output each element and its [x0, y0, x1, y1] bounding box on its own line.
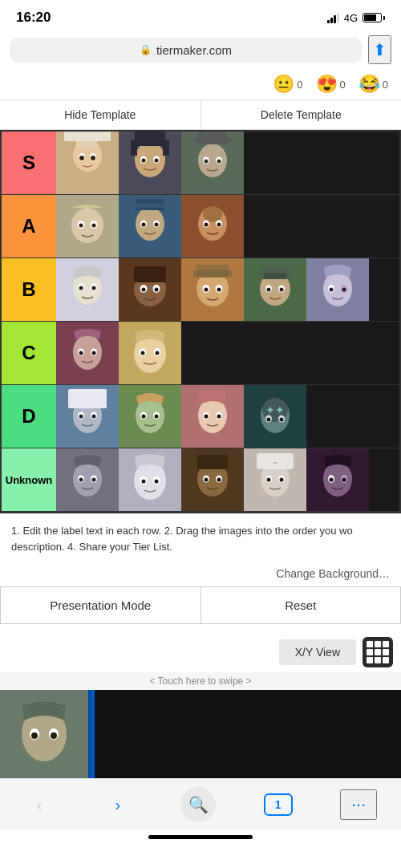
svg-point-153 [330, 478, 334, 482]
tier-item[interactable] [181, 132, 244, 194]
tier-label-b[interactable]: B [2, 258, 56, 321]
tier-label-a[interactable]: A [2, 195, 56, 258]
tier-item[interactable] [56, 448, 119, 511]
tier-item[interactable] [181, 448, 244, 511]
tier-item[interactable] [181, 195, 244, 258]
svg-point-147 [267, 478, 271, 482]
tier-item[interactable] [119, 195, 181, 258]
grid-view-button[interactable] [363, 637, 393, 667]
battery-icon [363, 13, 385, 22]
svg-point-6 [79, 156, 84, 160]
laugh-emoji: 😂 [358, 74, 380, 95]
search-button[interactable]: 🔍 [180, 787, 216, 822]
svg-rect-64 [193, 270, 232, 277]
svg-point-75 [267, 288, 271, 292]
svg-point-10 [135, 142, 165, 177]
tier-item[interactable] [56, 385, 119, 448]
xy-view-button[interactable]: X/Y View [279, 639, 356, 665]
love-count: 0 [340, 79, 346, 91]
svg-point-47 [217, 223, 221, 227]
svg-text:✦✦: ✦✦ [265, 404, 285, 416]
reaction-neutral[interactable]: 😐 0 [273, 74, 302, 95]
share-button[interactable]: ⬆ [368, 35, 391, 64]
tier-items-a [56, 195, 399, 258]
svg-point-39 [142, 223, 146, 227]
tier-item[interactable] [306, 258, 369, 321]
tab-count-button[interactable]: 1 [264, 793, 293, 816]
svg-point-82 [342, 288, 346, 292]
svg-point-16 [142, 159, 146, 163]
change-background-button[interactable]: Change Background… [276, 567, 390, 580]
svg-point-127 [92, 478, 96, 482]
svg-point-68 [217, 288, 221, 292]
signal-icon [327, 13, 339, 23]
tier-items-c [56, 322, 399, 384]
svg-point-107 [155, 415, 159, 419]
tier-label-s[interactable]: S [2, 132, 56, 194]
status-bar: 16:20 4G [0, 0, 401, 30]
svg-point-31 [79, 224, 83, 228]
xy-view-row: X/Y View [0, 632, 401, 672]
browser-bar: 🔒 tiermaker.com ⬆ [0, 30, 401, 69]
url-bar[interactable]: 🔒 tiermaker.com [10, 38, 362, 63]
svg-rect-8 [64, 132, 111, 141]
svg-rect-21 [193, 138, 201, 141]
tier-label-unknown[interactable]: Unknown [2, 448, 56, 511]
tier-item[interactable] [244, 258, 306, 321]
back-button[interactable]: ‹ [24, 789, 55, 821]
tier-item[interactable] [119, 448, 181, 511]
svg-point-100 [79, 415, 83, 419]
tier-items-unknown: ~ [56, 448, 399, 511]
tier-label-c[interactable]: C [2, 322, 56, 384]
presentation-mode-button[interactable]: Presentation Mode [1, 587, 201, 623]
tier-item[interactable]: ✦✦ [244, 385, 306, 448]
url-text: tiermaker.com [156, 43, 232, 57]
svg-rect-13 [163, 140, 169, 156]
tier-item[interactable] [119, 258, 181, 321]
grid-dots-icon [367, 641, 389, 663]
image-strip [0, 690, 401, 778]
home-indicator [148, 835, 253, 839]
svg-point-32 [92, 224, 96, 228]
network-label: 4G [344, 12, 358, 24]
tier-row-c: C [2, 322, 399, 385]
instructions: 1. Edit the label text in each row. 2. D… [0, 513, 401, 561]
strip-item[interactable] [0, 690, 88, 778]
delete-template-button[interactable]: Delete Template [201, 100, 402, 129]
svg-rect-20 [198, 132, 227, 144]
svg-rect-97 [68, 389, 107, 408]
tier-item[interactable] [56, 132, 119, 194]
svg-point-148 [280, 478, 284, 482]
forward-button[interactable]: › [103, 789, 134, 821]
search-icon: 🔍 [188, 795, 209, 814]
svg-point-140 [217, 478, 221, 482]
tier-row-s: S [2, 132, 399, 195]
tier-label-d[interactable]: D [2, 385, 56, 448]
tier-item[interactable]: ~ [244, 448, 306, 511]
lock-icon: 🔒 [140, 44, 152, 55]
svg-point-120 [267, 418, 271, 422]
reaction-laugh[interactable]: 😂 0 [358, 74, 388, 95]
svg-point-53 [92, 286, 96, 290]
tier-item[interactable] [56, 258, 119, 321]
hide-template-button[interactable]: Hide Template [0, 100, 201, 129]
tier-item[interactable] [119, 385, 181, 448]
tier-item[interactable] [119, 322, 181, 384]
tier-item[interactable] [119, 132, 181, 194]
svg-point-19 [198, 144, 227, 177]
svg-point-87 [79, 351, 83, 355]
reaction-love[interactable]: 😍 0 [316, 74, 346, 95]
tier-item[interactable] [56, 195, 119, 258]
svg-point-160 [51, 732, 57, 739]
strip-accent [88, 690, 95, 778]
svg-point-40 [155, 223, 159, 227]
tier-item[interactable] [306, 448, 369, 511]
tier-item[interactable] [181, 258, 244, 321]
tier-item[interactable] [181, 385, 244, 448]
tier-list: S [0, 130, 401, 513]
bottom-action-buttons: Presentation Mode Reset [0, 586, 401, 624]
more-button[interactable]: ··· [340, 789, 377, 820]
reaction-bar: 😐 0 😍 0 😂 0 [0, 69, 401, 99]
reset-button[interactable]: Reset [201, 587, 401, 623]
tier-item[interactable] [56, 322, 119, 384]
